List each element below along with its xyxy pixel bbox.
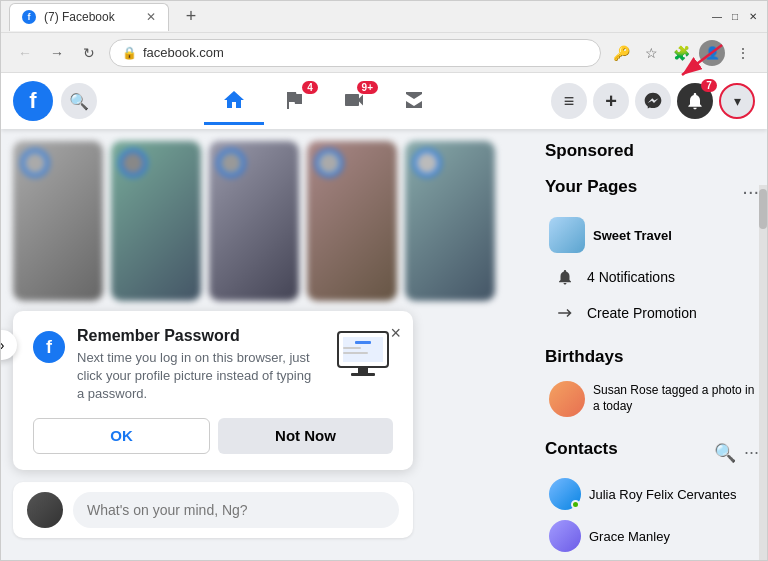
nav-marketplace[interactable] (384, 77, 444, 125)
page-name: Sweet Travel (593, 228, 672, 243)
tab-favicon: f (22, 10, 36, 24)
right-sidebar: Sponsored Your Pages ··· Sweet Travel (537, 129, 767, 560)
dialog-description: Next time you log in on this browser, ju… (77, 349, 321, 404)
contact-item[interactable]: Julia Roy Felix Cervantes (545, 473, 759, 515)
story-card[interactable] (307, 141, 397, 301)
dialog-close-button[interactable]: × (390, 323, 401, 344)
scrollbar-thumb[interactable] (759, 189, 767, 229)
monitor-icon (333, 327, 393, 386)
contact-name: Grace Manley (589, 529, 670, 544)
contacts-more-icon[interactable]: ··· (744, 442, 759, 464)
birthday-avatar (549, 381, 585, 417)
scrollbar[interactable] (759, 185, 767, 560)
tab-close-icon[interactable]: ✕ (146, 10, 156, 24)
notifications-sub-item[interactable]: 4 Notifications (545, 259, 759, 295)
pages-badge: 4 (302, 81, 318, 94)
svg-rect-5 (343, 347, 361, 349)
feed-area: › × f Remember Password Next time you lo… (1, 129, 537, 560)
browser-menu-icon[interactable]: ⋮ (731, 41, 755, 65)
dialog-facebook-logo: f (33, 331, 65, 363)
tab-title: (7) Facebook (44, 10, 115, 24)
contact-name: Julia Roy Felix Cervantes (589, 487, 736, 502)
extension-icon[interactable]: 🧩 (669, 41, 693, 65)
plus-button[interactable]: + (593, 83, 629, 119)
key-icon[interactable]: 🔑 (609, 41, 633, 65)
birthday-item: Susan Rose tagged a photo in a today (545, 375, 759, 423)
sponsored-section: Sponsored (545, 141, 759, 161)
dialog-overlay: × f Remember Password Next time you log … (1, 299, 537, 560)
create-promotion-label: Create Promotion (587, 305, 697, 321)
nav-video[interactable]: 9+ (324, 77, 384, 125)
create-promotion-sub-item[interactable]: Create Promotion (545, 295, 759, 331)
story-card[interactable] (111, 141, 201, 301)
bell-icon (685, 91, 705, 111)
contact-item[interactable]: Remember Mercy Garcia (545, 557, 759, 560)
maximize-button[interactable]: □ (729, 11, 741, 23)
story-card[interactable] (209, 141, 299, 301)
post-input[interactable] (73, 492, 399, 528)
notifications-button[interactable]: 7 (677, 83, 713, 119)
nav-home[interactable] (204, 77, 264, 125)
bell-badge: 7 (701, 79, 717, 92)
new-tab-button[interactable]: + (177, 3, 205, 31)
dropdown-button[interactable]: ▾ (719, 83, 755, 119)
stories-row (1, 129, 537, 313)
address-input[interactable]: 🔒 facebook.com (109, 39, 601, 67)
your-pages-more[interactable]: ··· (742, 180, 759, 203)
online-indicator (571, 500, 580, 509)
contacts-header: Contacts 🔍 ··· (545, 439, 759, 467)
address-text: facebook.com (143, 45, 224, 60)
svg-rect-7 (358, 367, 368, 373)
facebook-main: › × f Remember Password Next time you lo… (1, 129, 767, 560)
birthday-text: Susan Rose tagged a photo in a today (593, 383, 755, 414)
contacts-title: Contacts (545, 439, 618, 459)
contacts-icons: 🔍 ··· (714, 442, 759, 464)
dialog-header: f Remember Password Next time you log in… (33, 327, 393, 404)
search-button[interactable]: 🔍 (61, 83, 97, 119)
your-pages-title: Your Pages (545, 177, 637, 197)
promotion-icon (553, 301, 577, 325)
messenger-button[interactable] (635, 83, 671, 119)
minimize-button[interactable]: — (711, 11, 723, 23)
ok-button[interactable]: OK (33, 418, 210, 454)
refresh-button[interactable]: ↻ (77, 41, 101, 65)
browser-tab[interactable]: f (7) Facebook ✕ (9, 3, 169, 31)
nav-middle: 4 9+ (97, 77, 551, 125)
window-controls: — □ ✕ (711, 11, 759, 23)
nav-right: ≡ + 7 ▾ (551, 83, 755, 119)
notifications-label: 4 Notifications (587, 269, 675, 285)
story-card[interactable] (405, 141, 495, 301)
messenger-icon (643, 91, 663, 111)
search-icon: 🔍 (69, 92, 89, 111)
plus-icon: + (605, 90, 617, 113)
dialog-buttons: OK Not Now (33, 418, 393, 454)
store-icon (402, 88, 426, 112)
star-icon[interactable]: ☆ (639, 41, 663, 65)
your-pages-section: Your Pages ··· Sweet Travel 4 Noti (545, 177, 759, 331)
nav-pages[interactable]: 4 (264, 77, 324, 125)
not-now-button[interactable]: Not Now (218, 418, 393, 454)
contacts-search-icon[interactable]: 🔍 (714, 442, 736, 464)
dialog-title: Remember Password (77, 327, 321, 345)
story-card[interactable] (13, 141, 103, 301)
page-item[interactable]: Sweet Travel (545, 211, 759, 259)
facebook-content: f 🔍 4 (1, 73, 767, 560)
contact-item[interactable]: Grace Manley (545, 515, 759, 557)
contact-avatar (549, 520, 581, 552)
svg-rect-6 (343, 352, 368, 354)
svg-rect-8 (351, 373, 375, 376)
sponsored-title: Sponsored (545, 141, 759, 161)
hamburger-button[interactable]: ≡ (551, 83, 587, 119)
svg-rect-3 (343, 337, 383, 362)
close-button[interactable]: ✕ (747, 11, 759, 23)
dropdown-icon: ▾ (734, 93, 741, 109)
forward-button[interactable]: → (45, 41, 69, 65)
address-icons: 🔑 ☆ 🧩 👤 ⋮ (609, 40, 755, 66)
address-bar: ← → ↻ 🔒 facebook.com 🔑 ☆ 🧩 👤 ⋮ (1, 33, 767, 73)
browser-window: f (7) Facebook ✕ + — □ ✕ ← → ↻ 🔒 faceboo… (0, 0, 768, 561)
back-button[interactable]: ← (13, 41, 37, 65)
profile-icon[interactable]: 👤 (699, 40, 725, 66)
facebook-logo[interactable]: f (13, 81, 53, 121)
post-box (13, 482, 413, 538)
facebook-navbar: f 🔍 4 (1, 73, 767, 129)
